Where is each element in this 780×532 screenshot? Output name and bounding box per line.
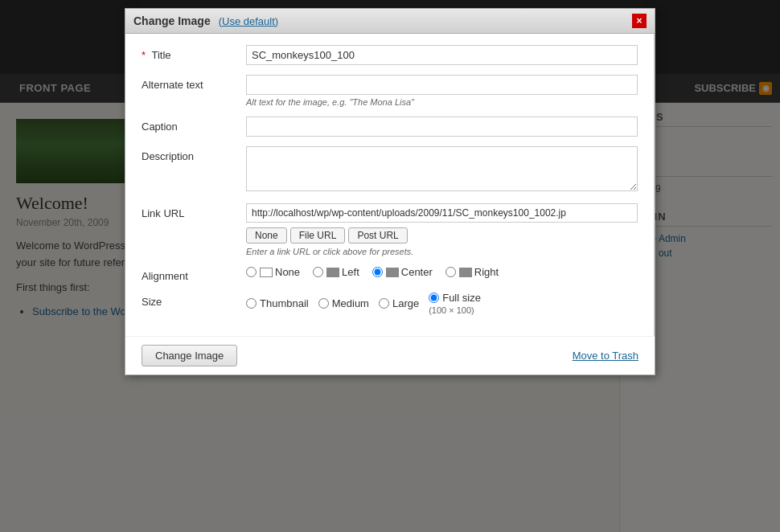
alt-text-field: Alt text for the image, e.g. "The Mona L…	[246, 75, 638, 107]
change-image-button[interactable]: Change Image	[142, 345, 237, 366]
description-field	[246, 146, 638, 194]
description-row: Description	[142, 146, 638, 194]
size-medium-radio[interactable]	[318, 298, 329, 309]
modal-overlay: Change Image (Use default) × * Title	[0, 0, 780, 532]
align-none-radio[interactable]	[246, 267, 257, 277]
alignment-label: Alignment	[142, 266, 246, 282]
modal-header: Change Image (Use default) ×	[125, 9, 655, 34]
modal-scroll-wrapper[interactable]: * Title Alternate text Alt text for the …	[125, 34, 655, 336]
size-full-option[interactable]: Full size	[429, 292, 481, 304]
align-left-radio[interactable]	[313, 267, 323, 277]
align-center-radio[interactable]	[372, 267, 383, 277]
align-center-option[interactable]: Center	[372, 266, 433, 278]
size-medium-option[interactable]: Medium	[318, 297, 369, 309]
size-full-wrapper: Full size (100 × 100)	[429, 292, 481, 315]
modal-close-button[interactable]: ×	[632, 14, 647, 28]
align-center-icon	[386, 268, 399, 277]
alignment-options: None Left	[246, 266, 638, 278]
modal-footer: Change Image Move to Trash	[125, 336, 655, 374]
link-url-field: None File URL Post URL Enter a link URL …	[246, 203, 638, 256]
alt-text-hint: Alt text for the image, e.g. "The Mona L…	[246, 97, 638, 107]
size-thumbnail-radio[interactable]	[246, 298, 257, 309]
link-url-input[interactable]	[246, 203, 638, 223]
title-label: * Title	[142, 45, 246, 61]
link-url-label: Link URL	[142, 203, 246, 219]
required-star: *	[142, 49, 146, 61]
preset-buttons: None File URL Post URL	[246, 227, 638, 243]
link-url-hint: Enter a link URL or click above for pres…	[246, 247, 638, 256]
title-row: * Title	[142, 45, 638, 65]
caption-input[interactable]	[246, 117, 638, 137]
align-none-option[interactable]: None	[246, 266, 300, 278]
size-full-radio[interactable]	[429, 293, 439, 303]
size-thumbnail-option[interactable]: Thumbnail	[246, 297, 309, 309]
size-large-radio[interactable]	[379, 298, 389, 309]
modal-title: Change Image	[133, 14, 211, 27]
post-url-preset-button[interactable]: Post URL	[348, 227, 407, 243]
alt-text-input[interactable]	[246, 75, 638, 95]
change-image-modal: Change Image (Use default) × * Title	[125, 8, 655, 375]
size-options: Thumbnail Medium Large	[246, 292, 638, 315]
none-preset-button[interactable]: None	[246, 227, 287, 243]
description-label: Description	[142, 146, 246, 162]
size-full-note: (100 × 100)	[429, 305, 481, 315]
align-left-icon	[326, 268, 339, 277]
use-default-link[interactable]: (Use default)	[219, 15, 278, 27]
link-url-row: Link URL None File URL Post URL Enter a …	[142, 203, 638, 256]
size-row: Size Thumbnail Medium Large	[142, 292, 638, 315]
modal-body: * Title Alternate text Alt text for the …	[125, 34, 654, 336]
alt-text-label: Alternate text	[142, 75, 246, 91]
alignment-row: Alignment None	[142, 266, 638, 282]
caption-row: Caption	[142, 117, 638, 137]
move-to-trash-link[interactable]: Move to Trash	[573, 350, 638, 362]
caption-label: Caption	[142, 117, 246, 133]
align-right-option[interactable]: Right	[445, 266, 499, 278]
title-field	[246, 45, 638, 65]
size-large-option[interactable]: Large	[379, 297, 419, 309]
align-left-option[interactable]: Left	[313, 266, 359, 278]
align-none-icon	[260, 268, 273, 277]
title-input[interactable]	[246, 45, 638, 65]
description-textarea[interactable]	[246, 146, 638, 191]
file-url-preset-button[interactable]: File URL	[290, 227, 346, 243]
align-right-radio[interactable]	[445, 267, 456, 277]
align-right-icon	[459, 268, 472, 277]
caption-field	[246, 117, 638, 137]
alt-text-row: Alternate text Alt text for the image, e…	[142, 75, 638, 107]
size-label: Size	[142, 292, 246, 308]
